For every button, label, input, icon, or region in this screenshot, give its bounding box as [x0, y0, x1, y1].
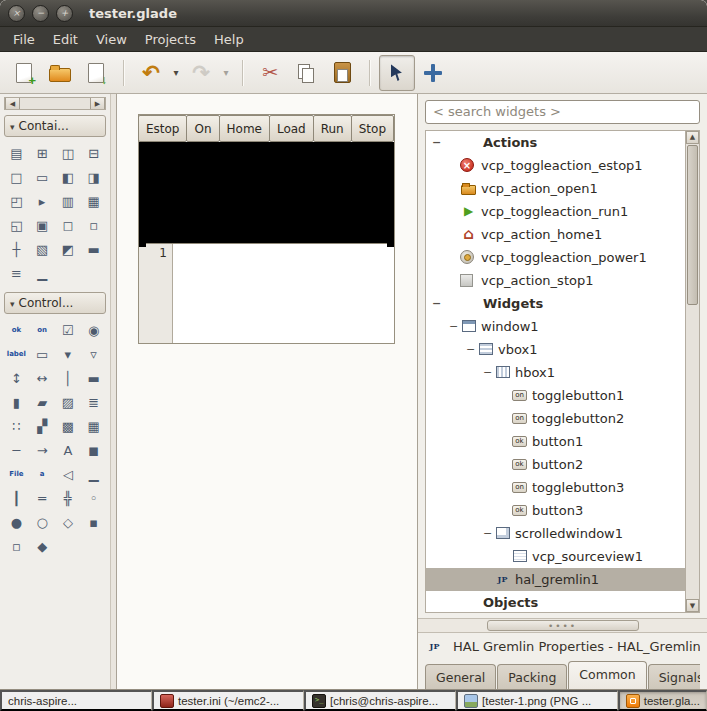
palette-curve[interactable]: ╬ [56, 488, 81, 508]
undo-button[interactable] [133, 55, 169, 91]
paned-handle-horizontal[interactable] [418, 618, 707, 633]
redo-menu-button[interactable] [219, 55, 233, 91]
palette-statusbar2[interactable]: ▁ [81, 464, 106, 484]
taskbar-item-terminal[interactable]: [chris@chris-aspire... [304, 690, 456, 711]
redo-button[interactable] [183, 55, 219, 91]
design-window1[interactable]: Estop On Home Load Run Stop [138, 114, 395, 344]
tree-row[interactable]: vcp_action_stop1 [426, 269, 686, 292]
select-widgets-button[interactable] [379, 55, 415, 91]
palette-colorbutton[interactable]: ◼ [81, 440, 106, 460]
menu-file[interactable]: File [4, 29, 44, 50]
palette-dial[interactable]: ● [4, 512, 29, 532]
paned-grip[interactable] [487, 620, 639, 631]
copy-button[interactable] [288, 55, 324, 91]
design-button-home[interactable]: Home [219, 115, 270, 142]
taskbar-item-desktop[interactable]: chris-aspire... [0, 690, 152, 711]
maximize-button[interactable]: + [56, 5, 73, 22]
tab-common[interactable]: Common [568, 661, 646, 689]
palette-statusbar[interactable]: ▁ [30, 263, 55, 283]
tree-expander-icon[interactable] [481, 527, 494, 540]
tree-row[interactable]: togglebutton3 [426, 476, 686, 499]
drag-resize-button[interactable] [415, 55, 451, 91]
palette-alignment[interactable]: ◱ [4, 215, 29, 235]
palette-widget-a[interactable]: ▫ [4, 536, 29, 556]
open-project-button[interactable] [42, 55, 78, 91]
palette-arrow[interactable]: → [30, 440, 55, 460]
palette-led[interactable]: ○ [30, 512, 55, 532]
palette-widget-b[interactable]: ◆ [30, 536, 55, 556]
design-button-run[interactable]: Run [313, 115, 352, 142]
palette-hbuttonbox[interactable]: ▥ [56, 191, 81, 211]
palette-aspect-frame[interactable]: ◰ [4, 191, 29, 211]
vcp-sourceview[interactable]: 1 [139, 243, 394, 343]
source-edit-area[interactable] [173, 244, 394, 343]
tree-expander-icon[interactable] [464, 343, 477, 356]
palette-label[interactable]: label [4, 344, 29, 364]
palette-fontbutton[interactable]: A [56, 440, 81, 460]
palette-vscrollbar[interactable]: ▮ [4, 392, 29, 412]
menu-help[interactable]: Help [205, 29, 253, 50]
tree-row[interactable]: togglebutton1 [426, 384, 686, 407]
scroll-left-arrow-icon[interactable] [5, 98, 20, 109]
tree-row[interactable]: button1 [426, 430, 686, 453]
palette-progressbar[interactable]: ▰ [30, 392, 55, 412]
tree-row[interactable]: window1 [426, 315, 686, 338]
undo-menu-button[interactable] [169, 55, 183, 91]
taskbar-item-png-viewer[interactable]: [tester-1.png (PNG ... [456, 690, 618, 711]
tree-expander-icon[interactable] [430, 297, 443, 310]
minimize-button[interactable]: − [32, 5, 49, 22]
palette-layout[interactable]: ▧ [30, 239, 55, 259]
design-button-load[interactable]: Load [269, 115, 314, 142]
selection-handle-bottom-right[interactable] [387, 240, 394, 247]
palette-handlebox[interactable]: ◩ [56, 239, 81, 259]
palette-notebook[interactable]: ▤ [4, 143, 29, 163]
tree-row[interactable]: vcp_toggleaction_run1 [426, 200, 686, 223]
tree-row[interactable]: vbox1 [426, 338, 686, 361]
tree-vertical-scrollbar[interactable] [685, 131, 699, 612]
palette-treeview[interactable]: ∷ [4, 416, 29, 436]
palette-section-controls[interactable]: Control... [4, 292, 106, 314]
paste-button[interactable] [324, 55, 360, 91]
tree-row[interactable]: vcp_toggleaction_estop1 [426, 154, 686, 177]
taskbar-item-tester-ini[interactable]: tester.ini (~/emc2-... [152, 690, 304, 711]
palette-section-containers[interactable]: Contai... [4, 115, 106, 137]
palette-vseparator[interactable]: ┃ [4, 488, 29, 508]
taskbar-item-glade[interactable]: tester.gla... [618, 690, 707, 711]
palette-hseparator[interactable]: ─ [4, 440, 29, 460]
tree-row[interactable]: Actions [426, 131, 686, 154]
tab-general[interactable]: General [425, 664, 496, 689]
tree-row[interactable]: togglebutton2 [426, 407, 686, 430]
tree-row[interactable]: vcp_toggleaction_power1 [426, 246, 686, 269]
palette-comboboxentry[interactable]: ▿ [81, 344, 106, 364]
palette-vscale[interactable]: │ [56, 368, 81, 388]
palette-vbuttonbox[interactable]: ▦ [81, 191, 106, 211]
palette-image[interactable]: ▨ [56, 392, 81, 412]
palette-combobox[interactable]: ▾ [56, 344, 81, 364]
palette-calendar[interactable]: ▦ [81, 416, 106, 436]
palette-textview[interactable]: ≣ [81, 392, 106, 412]
palette-table[interactable]: ⊞ [30, 143, 55, 163]
menu-edit[interactable]: Edit [44, 29, 87, 50]
palette-scrolledwindow[interactable]: ▣ [30, 215, 55, 235]
palette-hscrollbar[interactable] [4, 97, 106, 110]
design-button-on[interactable]: On [186, 115, 219, 142]
palette-radiobutton[interactable]: ◉ [81, 320, 106, 340]
palette-hbox[interactable]: ◫ [56, 143, 81, 163]
tree-row[interactable]: vcp_action_open1 [426, 177, 686, 200]
palette-spinbutton[interactable]: ↕ [4, 368, 29, 388]
menu-view[interactable]: View [87, 29, 136, 50]
scroll-right-arrow-icon[interactable] [90, 98, 105, 109]
palette-frame[interactable]: ▭ [30, 167, 55, 187]
scroll-down-arrow-icon[interactable] [686, 599, 699, 612]
tree-row[interactable]: hbox1 [426, 361, 686, 384]
selection-handle-bottom-left[interactable] [139, 240, 146, 247]
palette-ruler[interactable]: ═ [30, 488, 55, 508]
palette-eventbox[interactable]: ▫ [81, 215, 106, 235]
design-button-estop[interactable]: Estop [138, 115, 187, 142]
palette-hscale[interactable]: ↔ [30, 368, 55, 388]
cut-button[interactable] [252, 55, 288, 91]
tree-row[interactable]: vcp_sourceview1 [426, 545, 686, 568]
menu-projects[interactable]: Projects [136, 29, 205, 50]
new-project-button[interactable] [6, 55, 42, 91]
tab-signals[interactable]: Signals [648, 664, 700, 689]
